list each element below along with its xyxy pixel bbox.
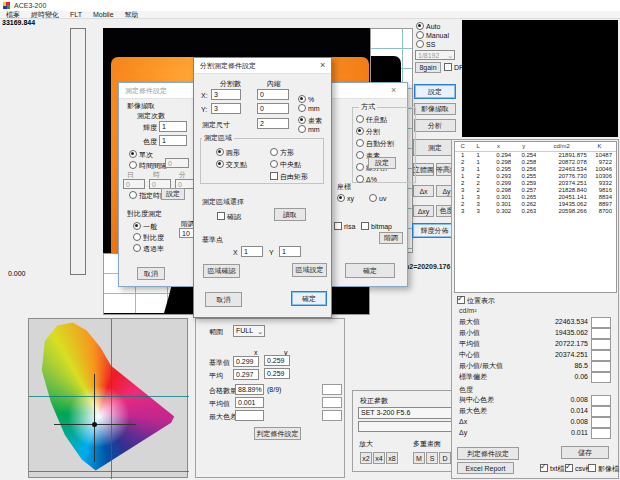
radio-icon — [356, 139, 364, 147]
exposure-manual-radio[interactable]: Manual — [416, 31, 449, 40]
solid-view-button[interactable]: 立體圖 — [413, 163, 434, 176]
table-cell: 21828.840 — [536, 187, 586, 194]
close-icon[interactable]: × — [320, 61, 325, 69]
file-check-影像檔[interactable]: 影像檔 — [588, 464, 619, 473]
gradation-button[interactable]: 階調 — [379, 232, 403, 244]
split-ok-button[interactable]: 確定 — [291, 291, 327, 306]
method-radio-5[interactable]: Δ% — [356, 175, 377, 184]
single-radio[interactable]: 單次 — [129, 150, 153, 159]
image-capture-button[interactable]: 影像擷取 — [414, 103, 456, 115]
range-select[interactable]: FULL ⌄ — [233, 325, 265, 337]
y-division-field[interactable]: 3 — [211, 103, 241, 114]
analyze-button[interactable]: 分析 — [414, 119, 456, 132]
file-check-txt檔[interactable]: txt檔 — [540, 464, 564, 473]
read-button[interactable]: 讀取 — [274, 208, 306, 221]
confirm-checkbox[interactable]: 確認 — [217, 212, 241, 221]
area-freerect-checkbox[interactable]: 自由矩形 — [270, 172, 308, 181]
bitmap-checkbox[interactable]: bitmap — [361, 222, 392, 231]
chroma-count-field[interactable]: 1 — [159, 135, 187, 146]
method-radio-2[interactable]: 自動分割 — [356, 139, 394, 148]
general-radio[interactable]: 一般 — [133, 222, 157, 231]
close-icon[interactable]: × — [391, 86, 396, 94]
area-confirm-button[interactable]: 區域確認 — [203, 264, 240, 278]
lum-stats-title: cd/m² — [459, 307, 477, 315]
method-radio-1[interactable]: 分割 — [356, 127, 380, 136]
coord-xy-radio[interactable]: xy — [337, 194, 354, 203]
size-mm-radio[interactable]: mm — [298, 125, 320, 134]
table-row[interactable]: 230.3010.26219435.0628897 — [455, 201, 616, 208]
exposure-auto-radio[interactable]: Auto — [416, 22, 440, 31]
size-pixel-radio[interactable]: 畫素 — [298, 116, 322, 125]
ref-x-field[interactable]: 0.299 — [233, 356, 259, 367]
table-row[interactable]: 210.2980.25820872.0789722 — [455, 159, 616, 166]
cond-ok-button[interactable]: 確定 — [345, 263, 395, 278]
judge-settings-button[interactable]: 判定條件設定 — [457, 447, 519, 460]
table-row[interactable]: 110.2940.25421891.87510487 — [455, 152, 616, 159]
save-button[interactable]: 儲存 — [561, 446, 609, 459]
delta-xy-button[interactable]: Δxy — [413, 205, 434, 217]
multiscreen-D-button[interactable]: D — [439, 452, 451, 464]
menu-bar: 檔案經時變化FLTMobile幫助 — [0, 11, 620, 19]
cie-marker-point[interactable] — [92, 422, 97, 427]
table-row[interactable]: 120.2930.25520776.73010306 — [455, 173, 616, 180]
delta-x-button[interactable]: Δx — [413, 185, 434, 197]
table-row[interactable]: 330.3020.26320598.2668700 — [455, 208, 616, 215]
x-inset-field[interactable]: 0 — [257, 89, 289, 100]
multiscreen-M-button[interactable]: M — [413, 452, 425, 464]
table-header-C: C — [455, 142, 471, 151]
size-field[interactable]: 2 — [257, 118, 289, 129]
gain-button[interactable]: 8gain — [415, 62, 441, 73]
division-label: 分割數 — [220, 80, 241, 88]
excel-report-button[interactable]: Excel Report — [457, 462, 514, 474]
ref-y-field[interactable]: 0.259 — [264, 355, 290, 366]
table-row[interactable]: 130.3010.26520451.1418834 — [455, 194, 616, 201]
interval-radio[interactable]: 時間間隔 — [129, 161, 167, 170]
zoom-x4-button[interactable]: x4 — [373, 452, 385, 464]
mean-label: 平均值 — [209, 400, 230, 408]
menu-item-2[interactable]: FLT — [67, 11, 85, 18]
table-row[interactable]: 310.2950.25622463.53410046 — [455, 166, 616, 173]
coord-uv-radio[interactable]: uv — [369, 194, 386, 203]
multiscreen-S-button[interactable]: S — [426, 452, 438, 464]
method-set-button[interactable]: 設定 — [368, 157, 396, 169]
split-cancel-button[interactable]: 取消 — [205, 292, 242, 307]
inset-mm-radio[interactable]: mm — [298, 104, 320, 113]
area-cross-radio[interactable]: 交叉點 — [216, 160, 247, 169]
contrast-radio[interactable]: 對比度 — [133, 233, 164, 242]
area-center-radio[interactable]: 中央點 — [270, 160, 301, 169]
shutter-select[interactable]: 1/8192⌄ — [415, 50, 455, 60]
position-display-checkbox[interactable]: 位置表示 — [457, 296, 495, 305]
zoom-x2-button[interactable]: x2 — [360, 452, 372, 464]
base-y-field[interactable]: 1 — [279, 246, 301, 257]
table-cell: 0.258 — [511, 159, 536, 166]
y-inset-field[interactable]: 0 — [257, 103, 289, 114]
cie-grid-hline2 — [29, 471, 189, 472]
inset-percent-radio[interactable]: % — [298, 95, 314, 104]
area-set-button[interactable]: 區域設定 — [292, 263, 327, 277]
method-radio-0[interactable]: 任意點 — [356, 115, 387, 124]
cond-cancel-button[interactable]: 取消 — [137, 267, 165, 280]
set-button[interactable]: 設定 — [414, 84, 456, 99]
menu-item-4[interactable]: 幫助 — [122, 11, 142, 18]
x-division-field[interactable]: 3 — [211, 89, 241, 100]
table-cell: 3 — [455, 187, 471, 194]
avg-y-field[interactable]: 0.259 — [264, 368, 290, 379]
avg-x-field[interactable]: 0.297 — [233, 369, 259, 380]
risa-checkbox[interactable]: risa — [334, 222, 355, 231]
menu-item-0[interactable]: 檔案 — [3, 11, 23, 18]
table-row[interactable]: 320.2980.25721828.8409816 — [455, 187, 616, 194]
table-row[interactable]: 220.2990.25920374.2519332 — [455, 180, 616, 187]
calibration-title: 校正參數 — [360, 397, 388, 405]
area-square-radio[interactable]: 方形 — [270, 148, 294, 157]
lum-count-field[interactable]: 1 — [159, 121, 187, 132]
zoom-x8-button[interactable]: x8 — [386, 452, 398, 464]
exposure-ss-radio[interactable]: SS — [416, 40, 435, 49]
transmit-radio[interactable]: 透過率 — [133, 244, 164, 253]
range-judge-settings-button[interactable]: 判定條件設定 — [254, 427, 301, 440]
area-circle-radio[interactable]: 圓形 — [216, 148, 240, 157]
menu-item-3[interactable]: Mobile — [90, 11, 117, 18]
base-x-field[interactable]: 1 — [241, 246, 263, 257]
time-set-button[interactable]: 設定 — [161, 188, 185, 200]
lum-stat-judge-box-3 — [591, 350, 611, 361]
menu-item-1[interactable]: 經時變化 — [28, 11, 62, 18]
